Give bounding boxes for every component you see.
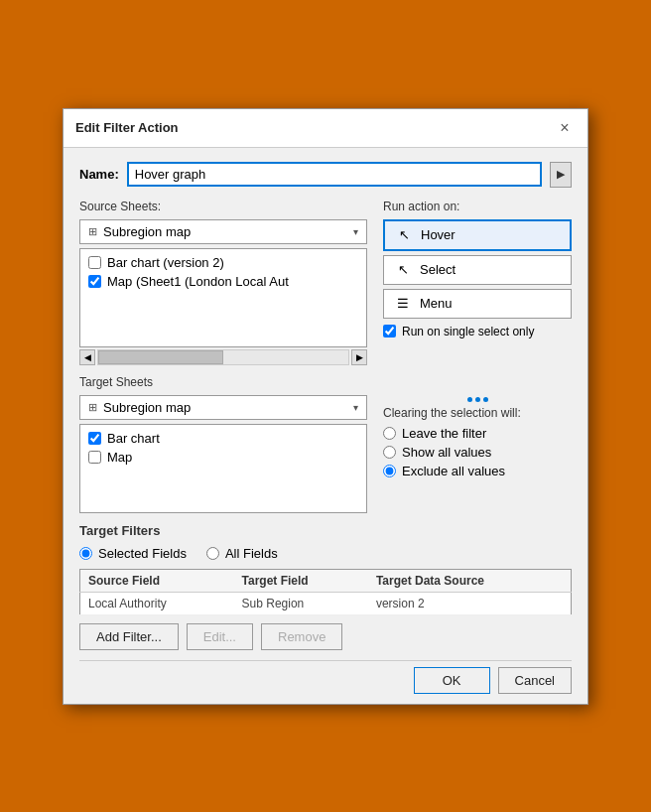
target-clearing-row: Target Sheets ⊞ Subregion map ▾ Bar char… xyxy=(79,375,572,513)
select-button[interactable]: ↖ Select xyxy=(383,255,572,285)
target-item-1-label: Bar chart xyxy=(107,431,160,446)
col-target-datasource: Target Data Source xyxy=(368,569,572,592)
target-section: Target Sheets ⊞ Subregion map ▾ Bar char… xyxy=(79,375,572,513)
clearing-section: Clearing the selection will: Leave the f… xyxy=(383,375,572,513)
source-check-1[interactable] xyxy=(88,256,101,269)
filter-table: Source Field Target Field Target Data So… xyxy=(79,569,572,615)
col-source-field: Source Field xyxy=(80,569,234,592)
title-bar: Edit Filter Action × xyxy=(64,109,587,148)
leave-radio[interactable] xyxy=(383,427,396,440)
edit-filter-action-dialog: Edit Filter Action × Name: ▶ Source Shee… xyxy=(63,108,588,705)
source-check-2[interactable] xyxy=(88,275,101,288)
target-filters-section: Target Filters Selected Fields All Field… xyxy=(79,523,572,650)
source-item-2[interactable]: Map (Sheet1 (London Local Aut xyxy=(84,272,362,291)
source-scrollbar: ◀ ▶ xyxy=(79,349,367,365)
target-sheets-label: Target Sheets xyxy=(79,375,367,389)
target-item-1[interactable]: Bar chart xyxy=(84,429,362,448)
target-check-2[interactable] xyxy=(88,451,101,464)
exclude-all-row[interactable]: Exclude all values xyxy=(383,464,572,478)
hover-label: Hover xyxy=(421,227,456,242)
all-fields-radio[interactable] xyxy=(206,547,219,560)
target-filters-label: Target Filters xyxy=(79,523,572,538)
selected-fields-label: Selected Fields xyxy=(98,546,187,561)
run-action-label: Run action on: xyxy=(383,200,572,213)
source-field-cell: Local Authority xyxy=(80,592,234,614)
dialog-title: Edit Filter Action xyxy=(75,120,179,135)
scroll-left[interactable]: ◀ xyxy=(79,349,95,365)
all-fields-label: All Fields xyxy=(225,546,278,561)
name-row: Name: ▶ xyxy=(79,162,572,188)
target-item-2-label: Map xyxy=(107,450,132,465)
add-filter-button[interactable]: Add Filter... xyxy=(79,623,179,650)
selected-fields-radio[interactable] xyxy=(79,547,92,560)
single-select-checkbox[interactable] xyxy=(383,325,396,338)
grid-icon: ⊞ xyxy=(88,225,97,238)
dot1 xyxy=(467,397,472,402)
edit-filter-button[interactable]: Edit... xyxy=(187,623,253,650)
table-row: Local Authority Sub Region version 2 xyxy=(80,592,572,614)
leave-filter-row[interactable]: Leave the filter xyxy=(383,426,572,441)
all-fields-radio-item[interactable]: All Fields xyxy=(206,546,278,561)
filter-table-header-row: Source Field Target Field Target Data So… xyxy=(80,569,572,592)
scroll-thumb xyxy=(98,350,223,364)
dot-row xyxy=(383,397,572,402)
footer-row: OK Cancel xyxy=(79,660,572,694)
name-label: Name: xyxy=(79,167,119,182)
source-item-2-label: Map (Sheet1 (London Local Aut xyxy=(107,274,289,289)
dropdown-inner: ⊞ Subregion map xyxy=(88,224,191,239)
dropdown-arrow-icon: ▾ xyxy=(353,226,358,237)
select-icon: ↖ xyxy=(394,261,412,279)
name-arrow-button[interactable]: ▶ xyxy=(550,162,572,188)
target-dropdown-arrow: ▾ xyxy=(353,402,358,413)
selected-fields-radio-item[interactable]: Selected Fields xyxy=(79,546,187,561)
target-dropdown-value: Subregion map xyxy=(103,400,191,415)
single-select-label: Run on single select only xyxy=(402,325,534,338)
menu-button[interactable]: ☰ Menu xyxy=(383,289,572,319)
run-action-section: Run action on: ↖ Hover ↖ Select ☰ Menu R… xyxy=(383,200,572,365)
show-all-label: Show all values xyxy=(402,445,491,460)
clearing-label: Clearing the selection will: xyxy=(383,406,572,420)
source-checklist: Bar chart (version 2) Map (Sheet1 (Londo… xyxy=(79,248,367,347)
target-field-cell: Sub Region xyxy=(234,592,368,614)
source-dropdown-value: Subregion map xyxy=(103,224,191,239)
source-item-1-label: Bar chart (version 2) xyxy=(107,255,224,270)
filter-btn-row: Add Filter... Edit... Remove xyxy=(79,623,572,650)
source-sheets-label: Source Sheets: xyxy=(79,200,367,213)
show-all-radio[interactable] xyxy=(383,446,396,459)
target-item-2[interactable]: Map xyxy=(84,448,362,467)
scroll-right[interactable]: ▶ xyxy=(351,349,367,365)
fields-radio-row: Selected Fields All Fields xyxy=(79,546,572,561)
dot2 xyxy=(475,397,480,402)
dot3 xyxy=(483,397,488,402)
hover-button[interactable]: ↖ Hover xyxy=(383,219,572,251)
datasource-cell: version 2 xyxy=(368,592,572,614)
source-item-1[interactable]: Bar chart (version 2) xyxy=(84,253,362,272)
cancel-button[interactable]: Cancel xyxy=(498,667,572,694)
single-select-row[interactable]: Run on single select only xyxy=(383,325,572,338)
target-check-1[interactable] xyxy=(88,432,101,445)
leave-filter-label: Leave the filter xyxy=(402,426,486,441)
target-sheets-section: Target Sheets ⊞ Subregion map ▾ Bar char… xyxy=(79,375,367,513)
exclude-radio[interactable] xyxy=(383,465,396,477)
source-sheets-dropdown[interactable]: ⊞ Subregion map ▾ xyxy=(79,219,367,244)
target-grid-icon: ⊞ xyxy=(88,401,97,414)
hover-icon: ↖ xyxy=(395,226,413,244)
target-sheets-dropdown[interactable]: ⊞ Subregion map ▾ xyxy=(79,395,367,420)
target-checklist: Bar chart Map xyxy=(79,424,367,513)
dialog-body: Name: ▶ Source Sheets: ⊞ Subregion map ▾ xyxy=(64,148,587,704)
select-label: Select xyxy=(420,262,456,277)
ok-button[interactable]: OK xyxy=(414,667,490,694)
source-sheets-section: Source Sheets: ⊞ Subregion map ▾ Bar cha… xyxy=(79,200,367,365)
remove-filter-button[interactable]: Remove xyxy=(261,623,342,650)
target-dropdown-inner: ⊞ Subregion map xyxy=(88,400,191,415)
show-all-row[interactable]: Show all values xyxy=(383,445,572,460)
menu-label: Menu xyxy=(420,296,453,311)
col-target-field: Target Field xyxy=(234,569,368,592)
exclude-all-label: Exclude all values xyxy=(402,464,505,478)
source-run-section: Source Sheets: ⊞ Subregion map ▾ Bar cha… xyxy=(79,200,572,365)
close-button[interactable]: × xyxy=(554,117,576,139)
scroll-track[interactable] xyxy=(97,349,349,365)
name-input[interactable] xyxy=(127,162,542,187)
menu-icon: ☰ xyxy=(394,295,412,313)
